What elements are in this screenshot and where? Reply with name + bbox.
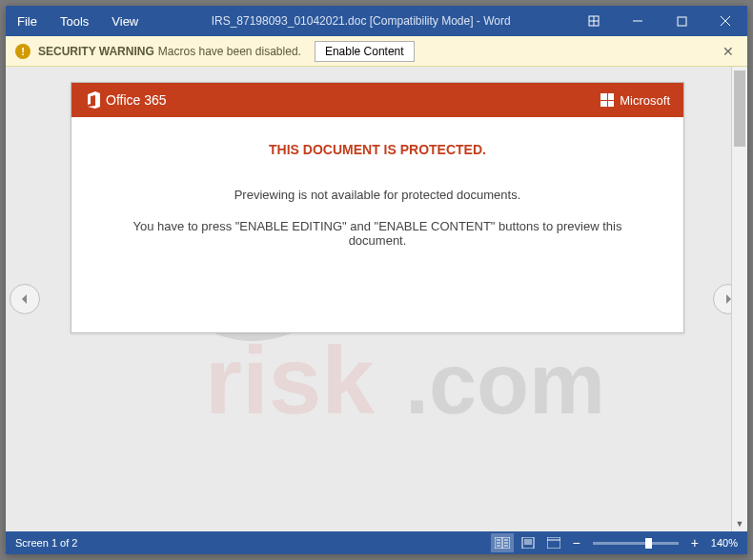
view-web-layout-button[interactable] [542,533,565,552]
view-read-mode-button[interactable] [491,533,514,552]
window-title: IRS_87198093_01042021.doc [Compatibility… [150,14,572,28]
print-layout-icon [521,537,535,549]
office-logo: Office 365 [85,91,167,109]
fullscreen-button[interactable] [572,6,616,36]
status-right-group: − + 140% [491,533,738,552]
warning-icon: ! [15,44,31,59]
chevron-left-icon [20,293,30,305]
zoom-slider[interactable] [593,542,679,545]
svg-text:risk: risk [205,327,375,433]
microsoft-logo-icon [600,93,614,107]
svg-rect-9 [522,537,534,549]
menu-file[interactable]: File [6,6,49,36]
zoom-slider-thumb[interactable] [645,538,652,549]
fullscreen-icon [588,15,600,27]
security-close-button[interactable]: ✕ [719,40,738,63]
doc-line-1: Previewing is not available for protecte… [110,188,645,202]
security-heading: SECURITY WARNING [38,45,154,58]
view-print-layout-button[interactable] [517,533,539,552]
web-layout-icon [547,537,560,549]
microsoft-brand: Microsoft [600,93,670,108]
scroll-down-button[interactable]: ▼ [732,515,747,531]
window-controls [572,6,747,36]
screen-indicator[interactable]: Screen 1 of 2 [15,537,77,549]
read-mode-icon [495,537,510,549]
security-message: Macros have been disabled. [158,45,301,58]
minimize-button[interactable] [616,6,660,36]
app-window: File Tools View IRS_87198093_01042021.do… [6,6,747,554]
zoom-level[interactable]: 140% [711,537,738,549]
status-bar: Screen 1 of 2 − + 140% [6,531,747,554]
zoom-out-button[interactable]: − [568,535,583,550]
document-page: Office 365 Microsoft THIS DOCUMENT IS PR… [71,82,684,333]
zoom-in-button[interactable]: + [687,535,702,550]
doc-brand-header: Office 365 Microsoft [71,83,683,117]
maximize-icon [677,16,687,27]
svg-rect-1 [678,17,686,26]
scroll-thumb[interactable] [734,70,745,147]
menu-view[interactable]: View [100,6,150,36]
document-canvas: PC risk .com Office 365 Microsoft [6,67,747,531]
doc-protected-title: THIS DOCUMENT IS PROTECTED. [110,142,645,157]
close-button[interactable] [703,6,747,36]
close-icon [720,15,731,27]
doc-line-2: You have to press "ENABLE EDITING" and "… [110,219,645,248]
title-bar: File Tools View IRS_87198093_01042021.do… [6,6,747,36]
security-warning-bar: ! SECURITY WARNING Macros have been disa… [6,36,747,67]
svg-rect-10 [547,537,560,549]
office-icon [85,91,100,109]
enable-content-button[interactable]: Enable Content [315,41,415,62]
microsoft-brand-text: Microsoft [620,93,670,108]
minimize-icon [632,15,643,27]
maximize-button[interactable] [660,6,703,36]
menu-tools[interactable]: Tools [49,6,100,36]
vertical-scrollbar[interactable]: ▲ ▼ [731,67,747,531]
svg-text:.com: .com [405,336,605,431]
page-prev-button[interactable] [10,284,40,314]
doc-body: THIS DOCUMENT IS PROTECTED. Previewing i… [71,117,683,290]
office-brand-text: Office 365 [106,92,167,108]
